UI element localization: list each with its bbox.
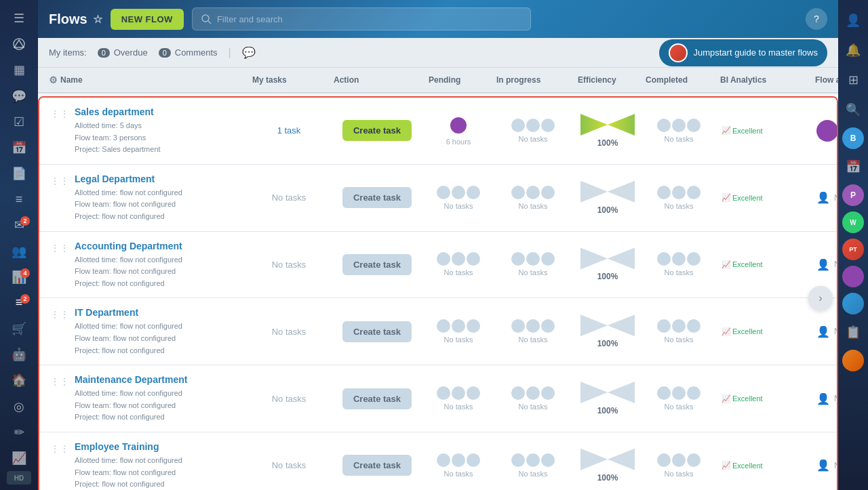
create-task-button[interactable]: Create task: [342, 187, 412, 208]
create-task-button[interactable]: Create task: [342, 120, 412, 141]
my-tasks-cell[interactable]: No tasks: [248, 321, 330, 342]
table-row: ⋮⋮ Employee Training Allotted time: flow…: [39, 432, 837, 490]
mail-icon[interactable]: ✉ 2: [5, 213, 33, 237]
search-input[interactable]: [217, 14, 522, 24]
avatar-user3[interactable]: [842, 350, 864, 371]
in-progress-avatars: [511, 386, 555, 400]
ip-av-3: [541, 319, 555, 333]
my-tasks-cell[interactable]: No tasks: [248, 388, 330, 409]
reports-icon[interactable]: 📈: [5, 447, 33, 470]
my-tasks-cell[interactable]: No tasks: [248, 187, 330, 208]
shop-icon[interactable]: 🛒: [5, 317, 33, 340]
grid2-icon[interactable]: ⊞: [840, 66, 867, 94]
overdue-label: Overdue: [114, 47, 148, 58]
drag-handle-icon[interactable]: ⋮⋮: [50, 306, 69, 320]
my-tasks-cell[interactable]: No tasks: [248, 254, 330, 275]
completed-avatars: [657, 453, 701, 467]
dept-meta: Allotted time: flow not configured Flow …: [75, 321, 243, 356]
avatar-b[interactable]: B: [842, 127, 864, 149]
tasks-icon[interactable]: ☑: [5, 110, 33, 134]
list-icon[interactable]: ≡: [5, 188, 33, 211]
in-progress-cell: No tasks: [492, 180, 574, 216]
calendar-icon[interactable]: 📅: [5, 136, 33, 159]
admin-cell: 👤 Not assigned: [811, 387, 838, 411]
avatar-user2[interactable]: [842, 293, 864, 314]
avatar-p[interactable]: P: [842, 184, 864, 206]
c-av-2: [672, 186, 686, 199]
pending-sublabel: No tasks: [444, 335, 473, 344]
dept-name-link[interactable]: Accounting Department: [75, 241, 182, 251]
p-av-1: [437, 319, 450, 333]
edit-icon[interactable]: ✏: [5, 421, 33, 444]
admin-cell: 👤 Not assigned: [811, 320, 838, 344]
ip-av-1: [511, 119, 525, 132]
automation-icon[interactable]: 🤖: [5, 343, 33, 366]
action-cell: Create task: [330, 449, 425, 481]
create-task-button[interactable]: Create task: [342, 321, 412, 342]
search2-icon[interactable]: 🔍: [840, 96, 867, 123]
calendar3-icon[interactable]: 📅: [840, 153, 867, 180]
p-av-2: [452, 453, 465, 467]
drag-handle-icon[interactable]: ⋮⋮: [50, 173, 69, 186]
not-assigned-icon: 👤: [816, 459, 830, 472]
ip-av-3: [541, 386, 555, 400]
chat-icon[interactable]: 💬: [5, 85, 33, 108]
dept-name-link[interactable]: Employee Training: [75, 441, 159, 452]
avatar-w[interactable]: W: [842, 211, 864, 233]
favorite-star-icon[interactable]: ☆: [93, 13, 102, 26]
dept-name-link[interactable]: Legal Department: [75, 173, 155, 184]
dept-info: Legal Department Allotted time: flow not…: [75, 173, 243, 223]
dept-name-link[interactable]: IT Department: [75, 307, 138, 318]
chat-bubble-icon[interactable]: 💬: [242, 46, 256, 59]
avatar-pt[interactable]: PT: [842, 239, 864, 260]
drag-handle-icon[interactable]: ⋮⋮: [50, 240, 69, 253]
overdue-item[interactable]: 0 Overdue: [98, 47, 148, 58]
drag-handle-icon[interactable]: ⋮⋮: [50, 441, 69, 454]
settings-icon[interactable]: ⚙: [49, 75, 58, 85]
pending-cell: No tasks: [425, 381, 492, 416]
in-progress-sublabel: No tasks: [519, 470, 548, 478]
efficiency-cell: 100%: [574, 376, 642, 421]
ip-av-2: [526, 453, 540, 467]
profile-icon[interactable]: 👤: [840, 7, 867, 34]
documents-icon[interactable]: 📄: [5, 162, 33, 185]
c-av-2: [672, 252, 686, 266]
in-progress-cell: No tasks: [492, 113, 574, 148]
my-tasks-cell[interactable]: 1 task: [248, 120, 330, 141]
grid-icon[interactable]: ▦: [5, 58, 33, 81]
efficiency-bar-grey: [580, 382, 635, 403]
create-task-button[interactable]: Create task: [342, 388, 412, 409]
completed-sublabel: No tasks: [665, 470, 694, 478]
flows-icon[interactable]: ≡ 2: [5, 291, 33, 314]
avatar-user[interactable]: [842, 266, 864, 287]
create-task-button[interactable]: Create task: [342, 254, 412, 275]
analytics-icon[interactable]: 📊 4: [5, 266, 33, 289]
next-page-button[interactable]: ›: [808, 286, 833, 310]
create-task-button[interactable]: Create task: [342, 455, 412, 476]
my-tasks-cell[interactable]: No tasks: [248, 455, 330, 476]
notifications-icon[interactable]: 🔔: [840, 37, 867, 64]
content-area: ⚙ Name My tasks Action Pending In progre…: [38, 68, 838, 490]
bi-analytics-cell: 📈 Excellent: [716, 389, 811, 409]
menu-icon[interactable]: ☰: [5, 7, 33, 30]
dept-name-link[interactable]: Sales department: [75, 106, 154, 117]
people-icon[interactable]: 👥: [5, 240, 33, 263]
comments-item[interactable]: 0 Comments: [159, 47, 218, 58]
c-av-1: [657, 386, 671, 400]
bi-analytics-cell: 📈 Excellent: [716, 322, 811, 342]
drag-handle-icon[interactable]: ⋮⋮: [50, 106, 69, 119]
bi-analytics-value: 📈 Excellent: [722, 461, 806, 470]
help-button[interactable]: ?: [806, 8, 827, 30]
completed-sublabel: No tasks: [665, 135, 694, 143]
calendar4-icon[interactable]: 📋: [840, 319, 867, 346]
drag-handle-icon[interactable]: ⋮⋮: [50, 373, 69, 387]
dashboard-icon[interactable]: [5, 33, 33, 56]
new-flow-button[interactable]: NEW FLOW: [111, 9, 184, 30]
home-icon[interactable]: 🏠: [5, 369, 33, 392]
c-av-3: [687, 386, 701, 400]
target-icon[interactable]: ◎: [5, 395, 33, 418]
dept-name-link[interactable]: Maintenance Department: [75, 374, 187, 385]
jumpstart-button[interactable]: Jumpstart guide to master flows: [659, 39, 827, 66]
p-av-1: [437, 252, 450, 266]
ip-av-1: [511, 319, 525, 333]
